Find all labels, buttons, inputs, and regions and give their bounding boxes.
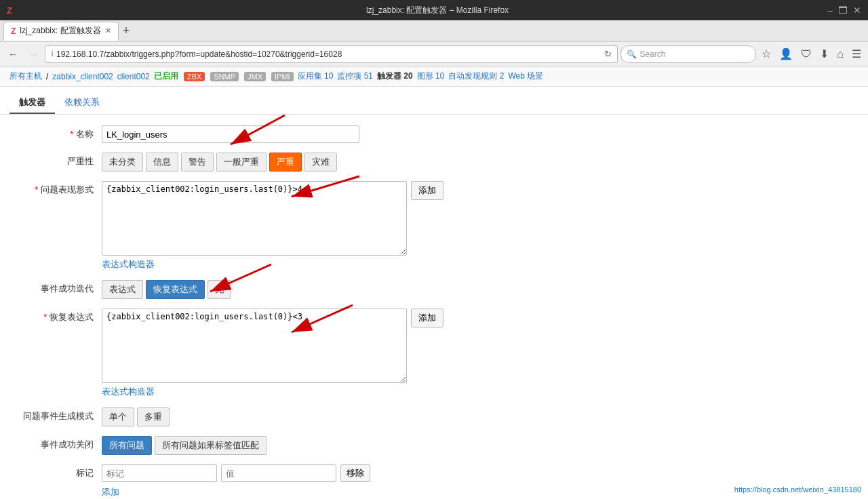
problem-expr-input-row: {zabbix_client002:login_users.last(0)}>4… [102,181,854,256]
lock-icon: ℹ [51,49,54,58]
close-all-problems[interactable]: 所有问题 [102,436,152,455]
event-gen-single[interactable]: 单个 [102,407,134,426]
name-input[interactable] [102,125,359,143]
nav-monitors[interactable]: 监控项 51 [337,71,373,82]
nav-triggers[interactable]: 触发器 20 [377,71,413,82]
close-button[interactable]: ✕ [853,5,861,16]
badge-zbx[interactable]: ZBX [184,72,205,81]
severity-control: 未分类 信息 警告 一般严重 严重 灾难 [102,153,854,172]
breadcrumb-bar: 所有主机 / zabbix_client002 client002 已启用 ZB… [0,66,868,87]
home-profile-icon[interactable]: 👤 [776,46,795,62]
event-gen-multiple[interactable]: 多重 [137,407,170,426]
sev-average[interactable]: 一般严重 [216,153,267,172]
tags-label: 标记 [14,464,102,479]
problem-expr-builder-link[interactable]: 表达式构造器 [102,259,155,269]
sev-warning[interactable]: 警告 [181,153,214,172]
close-all-problems-tags[interactable]: 所有问题如果标签值匹配 [155,436,267,455]
problem-expr-textarea[interactable]: {zabbix_client002:login_users.last(0)}>4 [102,181,407,256]
event-success-recovery[interactable]: 恢复表达式 [146,280,205,299]
browser-tab-bar: Z lzj_zabbix: 配置触发器 ✕ + [0,20,868,42]
badge-jmx[interactable]: JMX [244,72,266,81]
breadcrumb-client[interactable]: client002 [117,72,150,81]
download-icon[interactable]: ⬇ [817,46,831,62]
search-icon: 🔍 [627,49,637,59]
recovery-expr-builder-link[interactable]: 表达式构造器 [102,386,155,397]
problem-expr-label: 问题表现形式 [14,181,102,196]
bookmark-icon[interactable]: ☆ [759,46,774,62]
search-box[interactable]: 🔍 Search [620,45,756,63]
recovery-expr-input-row: {zabbix_client002:login_users.last(0)}<3… [102,308,854,383]
name-control [102,125,854,143]
title-bar: Z lzj_zabbix: 配置触发器 – Mozilla Firefox – … [0,0,868,20]
home-icon[interactable]: ⌂ [834,47,846,62]
badge-snmp[interactable]: SNMP [210,72,239,81]
recovery-expr-label: 恢复表达式 [14,308,102,323]
menu-icon[interactable]: ☰ [849,46,864,62]
problem-expr-row: 问题表现形式 {zabbix_client002:login_users.las… [14,181,854,271]
forward-button[interactable]: → [24,45,42,63]
breadcrumb-all-hosts[interactable]: 所有主机 [9,71,42,82]
address-input-wrap[interactable]: ℹ 192.168.10.7/zabbix/triggers.php?form=… [45,45,618,63]
success-close-control: 所有问题 所有问题如果标签值匹配 [102,436,854,455]
tag-input[interactable] [102,464,217,482]
severity-label: 严重性 [14,153,102,167]
badge-ipmi[interactable]: IPMI [271,72,294,81]
minimize-button[interactable]: – [827,5,833,16]
enabled-status: 已启用 [154,71,178,82]
tab-dependencies[interactable]: 依赖关系 [55,92,109,114]
recovery-expr-row: 恢复表达式 {zabbix_client002:login_users.last… [14,308,854,398]
sev-info[interactable]: 信息 [146,153,178,172]
event-success-none[interactable]: 无 [208,280,231,299]
event-success-label: 事件成功迭代 [14,280,102,295]
event-gen-row: 问题事件生成模式 单个 多重 [14,407,854,426]
nav-graphs[interactable]: 图形 10 [417,71,445,82]
severity-row: 严重性 未分类 信息 警告 一般严重 严重 灾难 [14,153,854,172]
back-button[interactable]: ← [4,45,22,63]
event-success-row: 事件成功迭代 表达式 恢复表达式 无 [14,280,854,299]
address-bar: ← → ℹ 192.168.10.7/zabbix/triggers.php?f… [0,42,868,66]
browser-tab[interactable]: Z lzj_zabbix: 配置触发器 ✕ [3,22,119,41]
nav-discovery[interactable]: 自动发现规则 2 [448,71,504,82]
main-form: 名称 严重性 未分类 信息 警告 一般严重 严重 灾难 问题表现形式 [0,115,868,499]
event-success-options: 表达式 恢复表达式 无 [102,280,854,299]
event-gen-label: 问题事件生成模式 [14,407,102,422]
maximize-button[interactable]: 🗖 [838,5,848,16]
nav-web[interactable]: Web 场景 [508,71,543,82]
sev-high[interactable]: 严重 [269,153,302,172]
breadcrumb-sep-1: / [46,72,48,81]
tag-value-input[interactable] [221,464,336,482]
recovery-expr-textarea[interactable]: {zabbix_client002:login_users.last(0)}<3 [102,308,407,383]
name-row: 名称 [14,125,854,143]
problem-add-button[interactable]: 添加 [411,181,443,200]
breadcrumb-host[interactable]: zabbix_client002 [52,72,113,81]
search-placeholder: Search [639,49,665,59]
tab-triggers[interactable]: 触发器 [9,92,55,114]
event-success-expr[interactable]: 表达式 [102,280,143,299]
tag-input-row: 移除 [102,464,854,482]
remove-tag-button[interactable]: 移除 [340,464,370,482]
sev-disaster[interactable]: 灾难 [304,153,337,172]
page-tabs: 触发器 依赖关系 [0,87,868,115]
recovery-add-button[interactable]: 添加 [411,308,443,327]
add-tag-link[interactable]: 添加 [102,487,119,497]
sev-unclassified[interactable]: 未分类 [102,153,143,172]
reload-button[interactable]: ↻ [604,49,612,59]
tab-label: lzj_zabbix: 配置触发器 [20,25,100,37]
name-label: 名称 [14,125,102,140]
new-tab-button[interactable]: + [119,24,134,38]
nav-applications[interactable]: 应用集 10 [298,71,334,82]
success-close-row: 事件成功关闭 所有问题 所有问题如果标签值匹配 [14,436,854,455]
recovery-expr-control: {zabbix_client002:login_users.last(0)}<3… [102,308,854,398]
event-success-control: 表达式 恢复表达式 无 [102,280,854,299]
window-title: lzj_zabbix: 配置触发器 – Mozilla Firefox [47,5,827,16]
event-gen-options: 单个 多重 [102,407,854,426]
toolbar-icons: ☆ 👤 🛡 ⬇ ⌂ ☰ [759,46,864,62]
csdn-link[interactable]: https://blog.csdn.net/weixin_43815180 [734,485,861,494]
shield-icon[interactable]: 🛡 [798,47,814,62]
severity-buttons: 未分类 信息 警告 一般严重 严重 灾难 [102,153,854,172]
tab-close-button[interactable]: ✕ [105,26,111,35]
success-close-label: 事件成功关闭 [14,436,102,451]
success-close-options: 所有问题 所有问题如果标签值匹配 [102,436,854,455]
url-display: 192.168.10.7/zabbix/triggers.php?form=up… [56,49,342,59]
problem-expr-control: {zabbix_client002:login_users.last(0)}>4… [102,181,854,271]
